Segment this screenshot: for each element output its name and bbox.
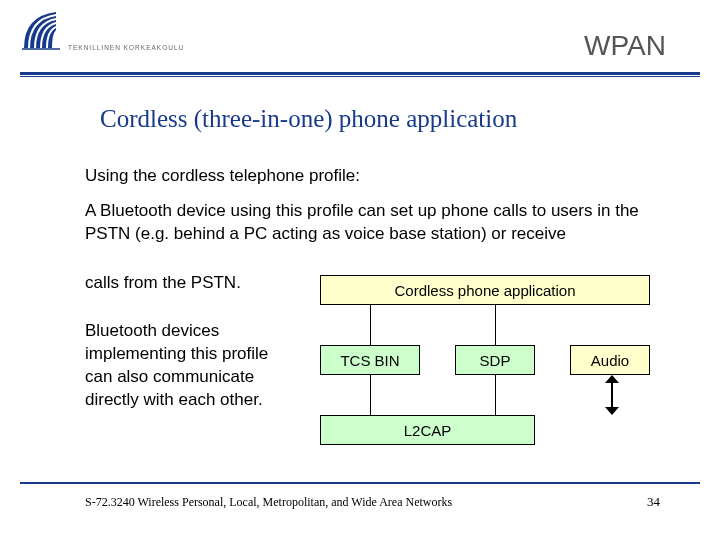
box-tcs-bin: TCS BIN (320, 345, 420, 375)
connector (370, 305, 371, 345)
header-rule-thick (20, 72, 700, 75)
protocol-diagram: Cordless phone application TCS BIN SDP A… (320, 275, 660, 455)
box-l2cap: L2CAP (320, 415, 535, 445)
box-application: Cordless phone application (320, 275, 650, 305)
footer-page-number: 34 (647, 494, 660, 510)
slide-title: Cordless (three-in-one) phone applicatio… (100, 105, 517, 133)
slide-header: TEKNILLINEN KORKEAKOULU WPAN (0, 0, 720, 72)
header-rule-thin (20, 76, 700, 77)
paragraph-main: A Bluetooth device using this profile ca… (85, 200, 650, 246)
double-arrow-icon (605, 375, 619, 415)
paragraph-secondary: Bluetooth devices implementing this prof… (85, 320, 295, 412)
box-sdp: SDP (455, 345, 535, 375)
topic-label: WPAN (584, 30, 666, 62)
paragraph-main-cont: calls from the PSTN. (85, 272, 315, 295)
university-name: TEKNILLINEN KORKEAKOULU (68, 44, 184, 51)
box-audio: Audio (570, 345, 650, 375)
university-logo (20, 8, 64, 52)
paragraph-intro: Using the cordless telephone profile: (85, 165, 660, 188)
footer-rule (20, 482, 700, 484)
connector (495, 375, 496, 415)
connector (370, 375, 371, 415)
footer-course: S-72.3240 Wireless Personal, Local, Metr… (85, 495, 452, 510)
connector (495, 305, 496, 345)
